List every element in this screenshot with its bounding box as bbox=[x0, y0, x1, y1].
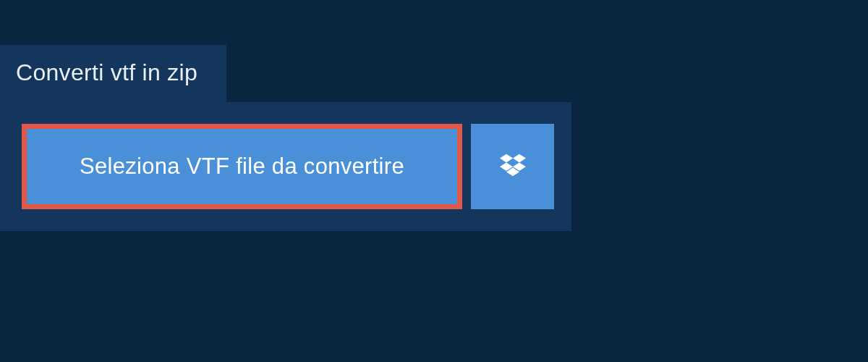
converter-container: Converti vtf in zip Seleziona VTF file d… bbox=[0, 0, 868, 231]
tab-label: Converti vtf in zip bbox=[16, 59, 197, 85]
dropbox-icon bbox=[500, 153, 526, 180]
tab-bar: Converti vtf in zip bbox=[0, 45, 868, 102]
select-file-button[interactable]: Seleziona VTF file da convertire bbox=[22, 124, 462, 209]
select-file-label: Seleziona VTF file da convertire bbox=[80, 153, 404, 180]
action-panel: Seleziona VTF file da convertire bbox=[0, 102, 571, 231]
dropbox-button[interactable] bbox=[471, 124, 554, 209]
tab-convert[interactable]: Converti vtf in zip bbox=[0, 45, 226, 102]
